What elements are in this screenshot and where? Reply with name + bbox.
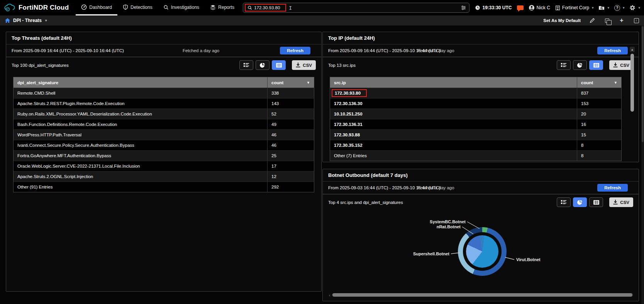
dashboard-toolbar: DPI - Threats ▾ Set As My Default + ↑ (0, 15, 644, 25)
settings-menu[interactable]: ▾ (629, 5, 640, 11)
column-header-srcip[interactable]: src.ip (330, 77, 577, 88)
search-annotation-highlight-box: 172.30.93.80 (245, 4, 286, 12)
sort-desc-icon[interactable]: ▼ (307, 81, 310, 85)
help-menu[interactable]: ? ▾ (614, 5, 625, 11)
table-view-toggle[interactable] (589, 60, 603, 70)
panel-subtitle: Top 13 src.ips (328, 63, 356, 68)
download-icon (296, 63, 300, 68)
panel-vertical-scrollbar[interactable]: ▲ (630, 47, 635, 174)
cell-main: 172.30.35.152 (330, 140, 577, 150)
table-row[interactable]: Oracle.WebLogic.Server.CVE-2022-21371.Lo… (14, 161, 314, 171)
page-vertical-scrollbar[interactable] (641, 25, 644, 304)
cell-count: 46 (268, 140, 314, 150)
table-row[interactable]: Ruby.on.Rails.XML.Processor.YAML.Deseria… (14, 109, 314, 119)
list-view-toggle[interactable] (557, 60, 571, 70)
plus-icon: + (620, 17, 623, 24)
cell-count: 46 (268, 130, 314, 140)
column-header-count[interactable]: count ▼ (268, 77, 314, 88)
table-row[interactable]: Ivanti.Connect.Secure.Policy.Secure.Auth… (14, 140, 314, 150)
table-view-toggle[interactable] (272, 60, 286, 70)
table-row[interactable]: Other (91) Entries292 (14, 182, 314, 192)
csv-download-button[interactable]: CSV (609, 197, 633, 207)
refresh-button[interactable]: Refresh (597, 184, 628, 192)
table-row[interactable]: Other (7) Entries8 (330, 150, 621, 161)
table-row[interactable]: 172.30.93.80837 (330, 88, 621, 98)
add-widget-button[interactable]: + (619, 17, 625, 24)
column-header-signature[interactable]: dpi_alert_signature (14, 77, 268, 88)
utc-clock: 19:33:30 UTC (475, 5, 512, 10)
table-row[interactable]: Apache.Struts.2.REST.Plugin.Remote.Code.… (14, 98, 314, 109)
scrollbar-thumb[interactable] (642, 26, 644, 142)
nav-reports[interactable]: Reports (205, 0, 240, 15)
fetched-status: Fetched a day ago (417, 185, 454, 190)
utc-time: 19:33:30 UTC (482, 5, 512, 10)
cell-count: 12 (268, 172, 314, 182)
sort-desc-icon[interactable]: ▼ (614, 81, 617, 85)
nav-investigations[interactable]: Investigations (158, 0, 205, 15)
scroll-up-button[interactable]: ▲ (630, 47, 635, 52)
top-threats-table: dpi_alert_signature count ▼ Remote.CMD.S… (13, 77, 314, 192)
table-row[interactable]: 10.10.251.25020 (330, 109, 621, 119)
pie-view-toggle[interactable] (573, 60, 587, 70)
annotation-highlight-box: 172.30.93.80 (332, 89, 367, 97)
list-view-toggle[interactable] (239, 60, 253, 70)
panel-horizontal-scrollbar[interactable]: ‹ (329, 293, 633, 297)
gear-icon (629, 5, 636, 11)
scrollbar-thumb[interactable] (332, 293, 632, 297)
csv-label: CSV (303, 63, 312, 68)
saved-searches-menu[interactable]: ▾ (598, 5, 609, 10)
cell-main: Apache.Struts.2.REST.Plugin.Remote.Code.… (14, 99, 268, 109)
chevron-down-icon: ▾ (45, 19, 47, 22)
table-row[interactable]: Apache.Struts.2.OGNL.Script.Injection12 (14, 171, 314, 182)
table-view-toggle[interactable] (589, 197, 603, 207)
brand-name: FortiNDR Cloud (19, 4, 69, 12)
table-row[interactable]: 172.30.93.8815 (330, 129, 621, 140)
notifications-button[interactable] (517, 5, 524, 10)
clock-icon (475, 5, 480, 10)
table-row[interactable]: 172.30.136.30153 (330, 98, 621, 109)
set-as-default-button[interactable]: Set As My Default (543, 18, 581, 23)
download-icon (613, 63, 618, 68)
list-view-toggle[interactable] (557, 197, 571, 207)
table-row[interactable]: Fortra.GoAnywhere.MFT.Authentication.Byp… (14, 150, 314, 161)
view-toggle-group (557, 197, 603, 207)
pie-view-toggle[interactable] (573, 197, 587, 207)
table-row[interactable]: WordPress.HTTP.Path.Traversal46 (14, 129, 314, 140)
text-cursor (289, 5, 292, 11)
scroll-left-button[interactable]: ‹ (329, 293, 330, 297)
expand-dashboard-button[interactable]: ↑ (633, 17, 639, 24)
donut-inner-pie[interactable] (466, 235, 498, 268)
list-view-icon (243, 63, 249, 68)
scrollbar-thumb[interactable] (630, 54, 634, 112)
table-row[interactable]: Remote.CMD.Shell338 (14, 88, 314, 98)
org-selector[interactable]: Fortinet Corp ▾ (555, 5, 594, 10)
table-row[interactable]: Bash.Function.Definitions.Remote.Code.Ex… (14, 119, 314, 129)
edit-dashboard-button[interactable] (589, 17, 595, 24)
column-header-count[interactable]: count ▼ (577, 77, 621, 88)
botnet-outbound-panel: Botnet Outbound (default 7 days) From 20… (322, 169, 639, 301)
search-filter-icon[interactable] (461, 5, 466, 10)
top-threats-panel: Top Threats (default 24H) From 2025-09-0… (6, 32, 322, 292)
nav-detections[interactable]: Detections (117, 0, 158, 15)
main-nav: Dashboard Detections Investigations Repo… (76, 0, 240, 15)
refresh-button[interactable]: Refresh (280, 47, 310, 54)
nav-dashboard[interactable]: Dashboard (76, 0, 117, 15)
table-view-icon (276, 63, 282, 68)
cell-count: 8 (577, 140, 621, 150)
pie-view-toggle[interactable] (256, 60, 269, 70)
cell-count: 15 (577, 130, 621, 140)
brand-logo[interactable]: FortiNDR Cloud (4, 3, 69, 12)
user-menu[interactable]: Nick C (529, 5, 550, 11)
cell-count: 143 (268, 99, 314, 109)
table-row[interactable]: 172.30.35.1528 (330, 140, 621, 150)
duplicate-dashboard-button[interactable] (604, 17, 610, 24)
csv-download-button[interactable]: CSV (292, 60, 316, 70)
refresh-button[interactable]: Refresh (597, 47, 628, 54)
global-search-input[interactable]: 172.30.93.80 (243, 3, 469, 13)
cell-main: Oracle.WebLogic.Server.CVE-2022-21371.Lo… (14, 161, 268, 171)
help-icon: ? (614, 5, 620, 11)
fortindr-cloud-logo-icon (4, 3, 15, 12)
table-row[interactable]: 172.30.136.3116 (330, 119, 621, 129)
cell-count: 292 (268, 182, 314, 192)
dashboard-selector[interactable]: DPI - Threats ▾ (5, 18, 47, 23)
